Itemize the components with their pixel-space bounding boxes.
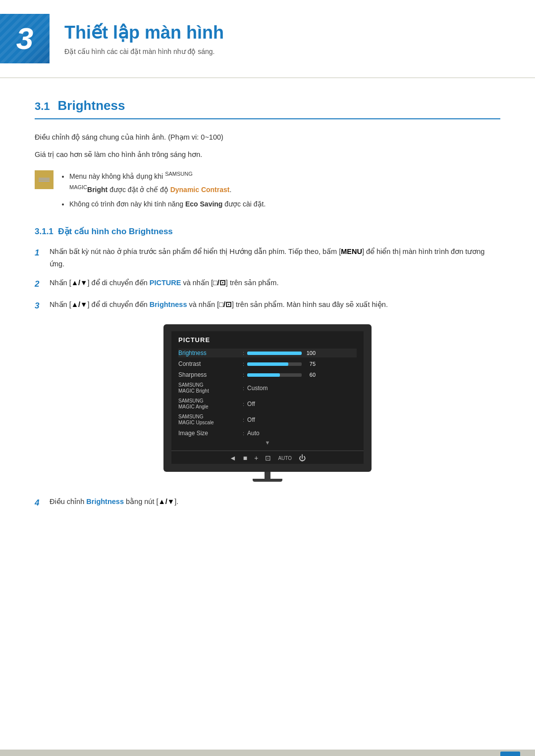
note-block: Menu này không khả dụng khi SAMSUNGMAGIC…: [35, 169, 500, 212]
bar-track-brightness: [247, 352, 302, 355]
menu-label-sharpness: Sharpness: [178, 371, 243, 378]
step-num-1: 1: [35, 246, 45, 260]
step-text-3: Nhấn [▲/▼] để di chuyển đến Brightness v…: [50, 299, 500, 311]
chapter-title: Thiết lập màn hình: [64, 22, 224, 43]
bottom-icon-auto: AUTO: [278, 455, 292, 461]
note-icon: [35, 170, 54, 189]
menu-row-brightness: Brightness : 100: [178, 349, 357, 357]
menu-row-magic-bright: SAMSUNGMAGIC Bright : Custom: [178, 381, 357, 395]
step-text-4: Điều chỉnh Brightness bằng nút [▲/▼].: [50, 496, 500, 508]
bar-value-sharpness: 60: [305, 372, 316, 378]
note-list: Menu này không khả dụng khi SAMSUNGMAGIC…: [61, 169, 266, 212]
monitor-bottom-bar: ◄ ■ + ⊡ AUTO ⏻: [171, 451, 364, 464]
menu-label-brightness: Brightness: [178, 350, 243, 356]
section-heading: 3.1 Brightness: [35, 98, 500, 119]
step-2: 2 Nhấn [▲/▼] để di chuyển đến PICTURE và…: [35, 277, 500, 292]
step-text-2: Nhấn [▲/▼] để di chuyển đến PICTURE và n…: [50, 277, 500, 289]
bar-fill-contrast: [247, 362, 288, 366]
bar-track-sharpness: [247, 373, 302, 377]
bottom-icon-left: ◄: [229, 454, 236, 462]
main-content: 3.1 Brightness Điều chỉnh độ sáng chung …: [0, 78, 535, 756]
step-text-1: Nhấn bất kỳ nút nào ở phía trước sản phẩ…: [50, 246, 500, 270]
page-footer: 3 Thiết lập màn hình 34: [0, 750, 535, 756]
menu-row-sharpness: Sharpness : 60: [178, 370, 357, 379]
chapter-number: 3: [16, 23, 33, 54]
menu-bar-sharpness: 60: [247, 372, 357, 378]
monitor-screen-frame: PICTURE Brightness : 100: [163, 324, 372, 472]
bottom-icon-1: ■: [243, 454, 247, 462]
step-1: 1 Nhấn bất kỳ nút nào ở phía trước sản p…: [35, 246, 500, 270]
chapter-number-block: 3: [0, 14, 50, 63]
menu-bar-contrast: 75: [247, 361, 357, 367]
bottom-icon-3: ⊡: [265, 454, 271, 462]
bar-value-contrast: 75: [305, 361, 316, 367]
monitor-container: PICTURE Brightness : 100: [35, 324, 500, 482]
menu-label-magic-upscale: SAMSUNGMAGIC Upscale: [178, 414, 243, 426]
menu-value-magic-angle: Off: [247, 401, 255, 407]
section-number: 3.1: [35, 100, 50, 113]
monitor-frame: PICTURE Brightness : 100: [163, 324, 372, 482]
monitor-stand: [163, 472, 372, 482]
bar-value-brightness: 100: [305, 350, 316, 356]
bar-fill-sharpness: [247, 373, 280, 377]
note-item-2: Không có trình đơn này khi tính năng Eco…: [69, 198, 266, 210]
subsection-heading: 3.1.1 Đặt cấu hình cho Brightness: [35, 226, 500, 237]
chapter-title-block: Thiết lập màn hình Đặt cấu hình các cài …: [64, 22, 224, 55]
menu-label-magic-bright: SAMSUNGMAGIC Bright: [178, 382, 243, 394]
menu-bar-brightness: 100: [247, 350, 357, 356]
stand-base: [253, 479, 282, 482]
step-4: 4 Điều chỉnh Brightness bằng nút [▲/▼].: [35, 496, 500, 510]
bar-fill-brightness: [247, 352, 302, 355]
scroll-indicator: ▼: [178, 440, 357, 446]
subsection-title: Đặt cấu hình cho Brightness: [58, 227, 173, 236]
step-num-2: 2: [35, 277, 45, 292]
menu-value-magic-upscale: Off: [247, 416, 255, 423]
menu-row-magic-angle: SAMSUNGMAGIC Angle : Off: [178, 397, 357, 411]
bottom-icon-2: +: [254, 454, 258, 462]
monitor-screen: PICTURE Brightness : 100: [171, 331, 364, 451]
menu-value-magic-bright: Custom: [247, 385, 268, 392]
monitor-icon-lines: [39, 177, 50, 182]
steps-list: 1 Nhấn bất kỳ nút nào ở phía trước sản p…: [35, 246, 500, 313]
bar-track-contrast: [247, 362, 302, 366]
menu-label-image-size: Image Size: [178, 430, 243, 437]
steps-list-2: 4 Điều chỉnh Brightness bằng nút [▲/▼].: [35, 496, 500, 510]
stand-neck: [265, 472, 270, 479]
body-para-1: Điều chỉnh độ sáng chung của hình ảnh. (…: [35, 131, 500, 144]
footer-page-number: 34: [500, 752, 520, 756]
chapter-header: 3 Thiết lập màn hình Đặt cấu hình các cà…: [0, 0, 535, 78]
menu-label-magic-angle: SAMSUNGMAGIC Angle: [178, 398, 243, 410]
menu-label-contrast: Contrast: [178, 360, 243, 367]
bottom-icon-power: ⏻: [299, 454, 306, 462]
step-num-4: 4: [35, 496, 45, 510]
chapter-subtitle: Đặt cấu hình các cài đặt màn hình như độ…: [64, 48, 224, 55]
subsection-number: 3.1.1: [35, 227, 54, 236]
note-item-1: Menu này không khả dụng khi SAMSUNGMAGIC…: [69, 169, 266, 196]
screen-menu-title: PICTURE: [178, 336, 357, 344]
step-3: 3 Nhấn [▲/▼] để di chuyển đến Brightness…: [35, 299, 500, 313]
menu-row-contrast: Contrast : 75: [178, 359, 357, 368]
menu-row-image-size: Image Size : Auto: [178, 429, 357, 438]
section-title: Brightness: [58, 98, 125, 113]
body-para-2: Giá trị cao hơn sẽ làm cho hình ảnh trôn…: [35, 149, 500, 161]
menu-row-magic-upscale: SAMSUNGMAGIC Upscale : Off: [178, 413, 357, 427]
step-num-3: 3: [35, 299, 45, 313]
menu-value-image-size: Auto: [247, 430, 260, 437]
